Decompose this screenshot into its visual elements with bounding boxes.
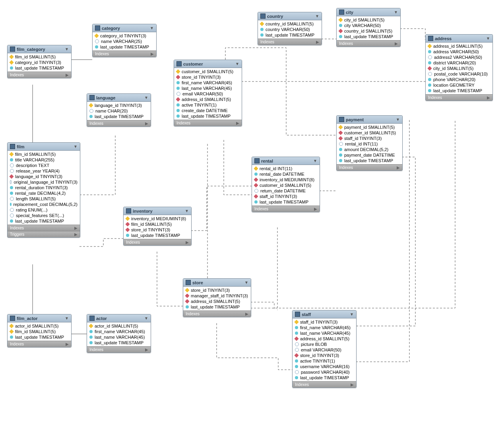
table-staff[interactable]: staff▼staff_id TINYINT(3)first_name VARC… bbox=[292, 310, 357, 388]
table-header[interactable]: language▼ bbox=[87, 94, 151, 102]
column-row[interactable]: return_date DATETIME bbox=[252, 188, 320, 194]
column-row[interactable]: description TEXT bbox=[8, 163, 80, 168]
table-inventory[interactable]: inventory▼inventory_id MEDIUMINT(8)film_… bbox=[123, 207, 192, 246]
column-row[interactable]: staff_id TINYINT(3) bbox=[293, 319, 356, 325]
column-row[interactable]: last_update TIMESTAMP bbox=[8, 334, 71, 340]
column-row[interactable]: last_update TIMESTAMP bbox=[258, 32, 322, 38]
table-rental[interactable]: rental▼rental_id INT(11)rental_date DATE… bbox=[252, 157, 320, 212]
column-row[interactable]: last_update TIMESTAMP bbox=[426, 88, 492, 93]
section-indexes[interactable]: Indexes▶ bbox=[183, 310, 251, 317]
section-indexes[interactable]: Indexes▶ bbox=[124, 239, 191, 245]
column-row[interactable]: create_date DATETIME bbox=[174, 108, 242, 113]
column-row[interactable]: title VARCHAR(255) bbox=[8, 157, 80, 163]
table-header[interactable]: address▼ bbox=[426, 35, 492, 43]
column-row[interactable]: film_id SMALLINT(5) bbox=[8, 54, 71, 60]
column-row[interactable]: email VARCHAR(50) bbox=[293, 347, 356, 353]
table-city[interactable]: city▼city_id SMALLINT(5)city VARCHAR(50)… bbox=[336, 8, 401, 47]
column-row[interactable]: category_id TINYINT(3) bbox=[93, 33, 156, 39]
column-row[interactable]: address_id SMALLINT(5) bbox=[426, 43, 492, 49]
column-row[interactable]: country_id SMALLINT(5) bbox=[337, 28, 400, 34]
section-triggers[interactable]: Triggers▶ bbox=[8, 231, 80, 237]
column-row[interactable]: amount DECIMAL(5,2) bbox=[337, 147, 402, 152]
column-row[interactable]: rental_id INT(11) bbox=[337, 141, 402, 147]
column-row[interactable]: active TINYINT(1) bbox=[293, 358, 356, 364]
column-row[interactable]: customer_id SMALLINT(5) bbox=[174, 69, 242, 74]
column-row[interactable]: replacement_cost DECIMAL(5,2) bbox=[8, 202, 80, 207]
column-row[interactable]: payment_id SMALLINT(5) bbox=[337, 124, 402, 130]
table-header[interactable]: store▼ bbox=[183, 279, 251, 287]
column-row[interactable]: payment_date DATETIME bbox=[337, 152, 402, 158]
column-row[interactable]: rating ENUM(...) bbox=[8, 207, 80, 213]
column-row[interactable]: language_id TINYINT(3) bbox=[8, 174, 80, 179]
table-payment[interactable]: payment▼payment_id SMALLINT(5)customer_i… bbox=[336, 115, 403, 171]
section-indexes[interactable]: Indexes▶ bbox=[258, 39, 322, 45]
table-header[interactable]: film_category▼ bbox=[8, 45, 71, 53]
column-row[interactable]: last_name VARCHAR(45) bbox=[87, 334, 151, 340]
section-indexes[interactable]: Indexes▶ bbox=[87, 120, 151, 126]
column-row[interactable]: last_update TIMESTAMP bbox=[87, 114, 151, 119]
column-row[interactable]: city_id SMALLINT(5) bbox=[426, 66, 492, 71]
column-row[interactable]: country_id SMALLINT(5) bbox=[258, 21, 322, 27]
section-indexes[interactable]: Indexes▶ bbox=[426, 94, 492, 101]
column-row[interactable]: last_update TIMESTAMP bbox=[8, 65, 71, 71]
section-indexes[interactable]: Indexes▶ bbox=[87, 346, 151, 353]
column-row[interactable]: phone VARCHAR(20) bbox=[426, 77, 492, 82]
column-row[interactable]: active TINYINT(1) bbox=[174, 102, 242, 108]
column-row[interactable]: last_update TIMESTAMP bbox=[124, 233, 191, 238]
column-row[interactable]: rental_rate DECIMAL(4,2) bbox=[8, 190, 80, 196]
table-header[interactable]: payment▼ bbox=[337, 116, 402, 124]
column-row[interactable]: email VARCHAR(50) bbox=[174, 91, 242, 97]
column-row[interactable]: username VARCHAR(16) bbox=[293, 364, 356, 369]
table-header[interactable]: country▼ bbox=[258, 12, 322, 20]
table-header[interactable]: city▼ bbox=[337, 8, 400, 16]
section-indexes[interactable]: Indexes▶ bbox=[293, 381, 356, 388]
column-row[interactable]: inventory_id MEDIUMINT(8) bbox=[124, 216, 191, 221]
column-row[interactable]: customer_id SMALLINT(5) bbox=[252, 182, 320, 188]
table-header[interactable]: film_actor▼ bbox=[8, 314, 71, 322]
column-row[interactable]: last_update TIMESTAMP bbox=[252, 199, 320, 205]
column-row[interactable]: film_id SMALLINT(5) bbox=[124, 221, 191, 227]
section-indexes[interactable]: Indexes▶ bbox=[8, 341, 71, 347]
column-row[interactable]: actor_id SMALLINT(5) bbox=[8, 323, 71, 329]
table-actor[interactable]: actor▼actor_id SMALLINT(5)first_name VAR… bbox=[87, 314, 151, 353]
column-row[interactable]: store_id TINYINT(3) bbox=[174, 74, 242, 80]
column-row[interactable]: district VARCHAR(20) bbox=[426, 60, 492, 66]
column-row[interactable]: original_language_id TINYINT(3) bbox=[8, 179, 80, 185]
column-row[interactable]: address VARCHAR(50) bbox=[426, 49, 492, 54]
table-header[interactable]: customer▼ bbox=[174, 60, 242, 68]
column-row[interactable]: rental_date DATETIME bbox=[252, 171, 320, 177]
table-header[interactable]: rental▼ bbox=[252, 157, 320, 165]
table-header[interactable]: staff▼ bbox=[293, 310, 356, 318]
column-row[interactable]: address2 VARCHAR(50) bbox=[426, 54, 492, 60]
column-row[interactable]: rental_duration TINYINT(3) bbox=[8, 185, 80, 190]
column-row[interactable]: address_id SMALLINT(5) bbox=[183, 299, 251, 304]
table-store[interactable]: store▼store_id TINYINT(3)manager_staff_i… bbox=[183, 278, 251, 317]
column-row[interactable]: last_update TIMESTAMP bbox=[293, 375, 356, 380]
table-language[interactable]: language▼language_id TINYINT(3)name CHAR… bbox=[87, 93, 151, 127]
column-row[interactable]: name VARCHAR(25) bbox=[93, 39, 156, 44]
section-indexes[interactable]: Indexes▶ bbox=[174, 120, 242, 126]
table-film_category[interactable]: film_category▼film_id SMALLINT(5)categor… bbox=[7, 45, 72, 78]
table-film[interactable]: film▼film_id SMALLINT(5)title VARCHAR(25… bbox=[7, 142, 80, 238]
column-row[interactable]: address_id SMALLINT(5) bbox=[174, 97, 242, 102]
column-row[interactable]: store_id TINYINT(3) bbox=[183, 287, 251, 293]
column-row[interactable]: store_id TINYINT(3) bbox=[124, 227, 191, 233]
column-row[interactable]: staff_id TINYINT(3) bbox=[337, 136, 402, 141]
table-country[interactable]: country▼country_id SMALLINT(5)country VA… bbox=[258, 12, 322, 45]
table-address[interactable]: address▼address_id SMALLINT(5)address VA… bbox=[425, 34, 493, 101]
table-customer[interactable]: customer▼customer_id SMALLINT(5)store_id… bbox=[174, 60, 242, 126]
table-film_actor[interactable]: film_actor▼actor_id SMALLINT(5)film_id S… bbox=[7, 314, 72, 347]
section-indexes[interactable]: Indexes▶ bbox=[337, 40, 400, 47]
column-row[interactable]: category_id TINYINT(3) bbox=[8, 60, 71, 65]
section-indexes[interactable]: Indexes▶ bbox=[337, 164, 402, 171]
column-row[interactable]: release_year YEAR(4) bbox=[8, 168, 80, 174]
column-row[interactable]: name CHAR(20) bbox=[87, 108, 151, 114]
column-row[interactable]: store_id TINYINT(3) bbox=[293, 353, 356, 358]
section-indexes[interactable]: Indexes▶ bbox=[252, 206, 320, 212]
column-row[interactable]: manager_staff_id TINYINT(3) bbox=[183, 293, 251, 299]
column-row[interactable]: last_name VARCHAR(45) bbox=[293, 330, 356, 336]
column-row[interactable]: last_update TIMESTAMP bbox=[174, 113, 242, 119]
column-row[interactable]: inventory_id MEDIUMINT(8) bbox=[252, 177, 320, 182]
column-row[interactable]: length SMALLINT(5) bbox=[8, 196, 80, 202]
table-header[interactable]: actor▼ bbox=[87, 314, 151, 322]
